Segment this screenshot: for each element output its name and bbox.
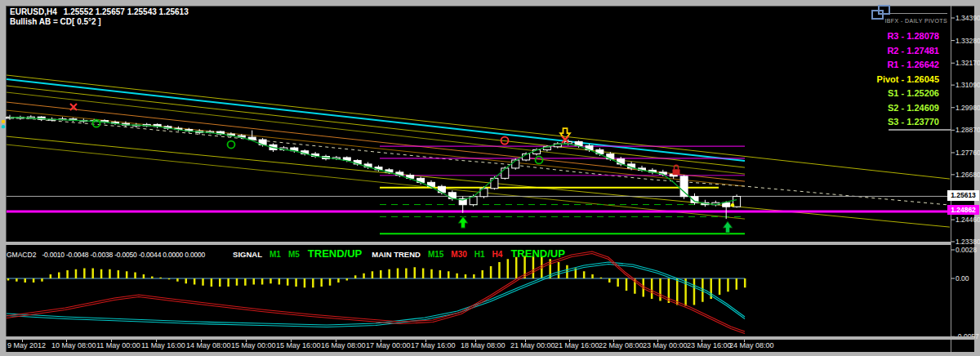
timeframe-status-m30: M30 <box>451 250 466 259</box>
pivot-panel-title: IBFX - DAILY PIVOTS <box>817 18 947 24</box>
pivot-row-r2: R2 - 1.27481 <box>776 44 939 59</box>
time-axis-label: 17 May 16:00 <box>411 341 456 349</box>
time-axis-tick <box>657 340 658 342</box>
axis-tick-label: 0.0028 <box>956 246 977 254</box>
time-axis[interactable]: 9 May 201210 May 08:0011 May 00:0011 May… <box>6 340 951 352</box>
time-axis-tick <box>156 340 157 342</box>
time-axis-label: 15 May 16:00 <box>276 341 321 349</box>
circle-marker-icon <box>536 156 543 163</box>
time-axis-label: 14 May 08:00 <box>186 341 231 349</box>
axis-tick-label: 1.26680 <box>956 171 980 179</box>
timeframe-status-h4: H4 <box>492 250 503 259</box>
pattern-label: Bullish AB = CD[ 0.5°2 ] <box>10 17 101 26</box>
ohlc-header: EURUSD,H41.25552 1.25657 1.25543 1.25613 <box>10 7 189 16</box>
signal-label: SIGNAL <box>233 250 262 259</box>
time-axis-tick <box>66 340 67 342</box>
signal-trend-label: TREND/UP <box>308 247 362 260</box>
pivot-panel-rule <box>889 129 951 131</box>
time-axis-tick <box>246 340 247 342</box>
dot-marker-icon <box>2 120 5 123</box>
time-axis-tick <box>525 340 526 342</box>
pivot-row-s3: S3 - 1.23770 <box>776 115 939 130</box>
main-timeframes: M15M30H1H4 <box>421 246 503 260</box>
timeframe-status-m5: M5 <box>288 250 300 259</box>
panel-separator[interactable] <box>6 242 951 245</box>
pivot-row-r1: R1 - 1.26642 <box>776 58 939 73</box>
pivot-row-s1: S1 - 1.25206 <box>776 87 939 101</box>
circle-marker-icon <box>228 141 235 149</box>
time-axis-label: 15 May 00:00 <box>231 341 276 349</box>
pivot-row-r3: R3 - 1.28078 <box>776 29 939 44</box>
axis-tick-label: 1.31090 <box>956 81 980 89</box>
axis-tick-label: 1.28870 <box>956 126 980 134</box>
time-axis-label: 23 May 00:00 <box>643 341 688 349</box>
time-axis-tick <box>702 340 702 342</box>
horizontal-lines <box>7 196 950 211</box>
indicator-values: -0.0010 -0.0048 -0.0038 -0.0050 -0.0044 … <box>42 251 205 259</box>
axis-tick-label: 1.23380 <box>956 238 980 246</box>
up-arrow-icon <box>458 216 468 228</box>
magenta-price-box: 1.24862 <box>947 205 979 215</box>
indicator-name: GMACD2 <box>7 251 36 259</box>
timeframe-status-m1: M1 <box>270 250 281 259</box>
time-axis-label: 18 May 08:00 <box>461 341 506 349</box>
time-axis-tick <box>475 340 476 342</box>
axis-tick-label: 0.00 <box>956 274 969 283</box>
pivot-row-s2: S2 - 1.24609 <box>776 101 939 116</box>
time-axis-label: 21 May 00:00 <box>510 341 555 349</box>
main-trend-label: MAIN TREND <box>372 250 421 259</box>
time-axis-label: 11 May 00:00 <box>96 341 140 349</box>
time-axis-label: 9 May 2012 <box>7 341 46 349</box>
time-axis-label: 11 May 16:00 <box>141 341 185 349</box>
axis-tick-label: 1.27760 <box>956 149 980 157</box>
down-arrow-icon <box>560 128 570 140</box>
signal-timeframes: M1M5 <box>262 246 300 260</box>
time-axis-tick <box>381 340 381 342</box>
axis-tick-label: 1.32170 <box>956 59 980 67</box>
time-axis-tick <box>201 340 202 342</box>
time-axis-label: 24 May 08:00 <box>729 341 774 349</box>
time-axis-label: 17 May 00:00 <box>366 341 411 349</box>
main-trend-value: TREND/UP <box>510 247 564 260</box>
lock-marker-icon <box>675 165 679 169</box>
time-axis-tick <box>425 340 426 342</box>
up-arrow-icon <box>723 221 733 233</box>
axis-tick-label: 1.29980 <box>956 104 980 112</box>
current-price-box: 1.25613 <box>947 190 979 201</box>
price-axis[interactable]: 1.343901.332801.321701.310901.299801.288… <box>951 6 980 352</box>
dot-marker-icon <box>731 203 734 207</box>
time-axis-tick <box>291 340 292 342</box>
symbol-timeframe-label: EURUSD,H4 <box>10 7 57 16</box>
indicator-header: GMACD2 -0.0010 -0.0048 -0.0038 -0.0050 -… <box>7 246 565 259</box>
time-axis-tick <box>336 340 336 342</box>
time-axis-tick <box>22 340 23 342</box>
time-axis-label: 22 May 08:00 <box>599 341 644 349</box>
time-axis-label: 16 May 08:00 <box>321 341 366 349</box>
time-axis-label: 23 May 16:00 <box>687 341 732 349</box>
time-axis-label: 21 May 16:00 <box>555 341 599 349</box>
ohlc-values: 1.25552 1.25657 1.25543 1.25613 <box>64 7 189 16</box>
timeframe-status-h1: H1 <box>474 250 485 259</box>
time-axis-tick <box>111 340 112 342</box>
dot-marker-icon <box>2 125 5 128</box>
time-axis-tick <box>569 340 570 342</box>
axis-tick-label: 1.33280 <box>956 37 980 45</box>
time-axis-tick <box>744 340 745 342</box>
timeframe-status-m15: M15 <box>428 250 443 259</box>
axis-tick-label: 1.24460 <box>956 216 980 224</box>
pivot-panel-rule <box>890 13 947 14</box>
pivot-panel-rows: R3 - 1.28078R2 - 1.27481R1 - 1.26642Pivo… <box>776 29 939 130</box>
lock-marker-icon <box>673 169 680 175</box>
axis-tick-label: 1.34390 <box>956 14 980 22</box>
time-axis-tick <box>613 340 614 342</box>
pivot-row-pivot: Pivot - 1.26045 <box>776 73 939 87</box>
time-axis-label: 10 May 08:00 <box>51 341 96 349</box>
